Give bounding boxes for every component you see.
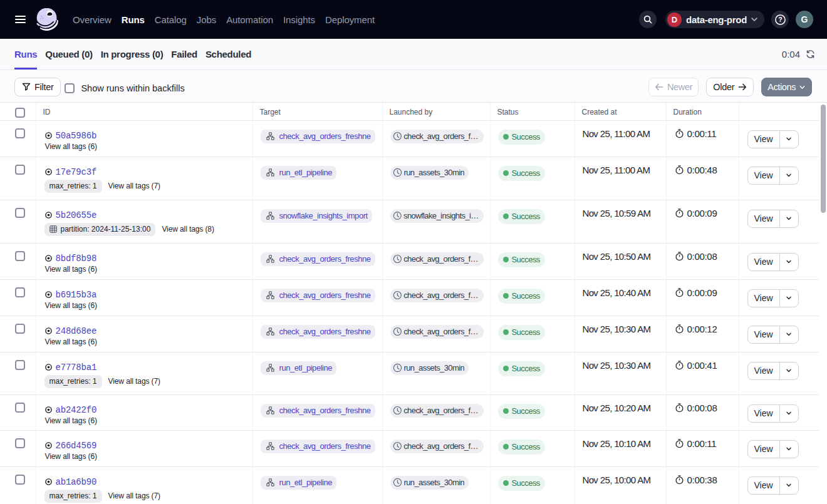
svg-text:?: ? bbox=[778, 16, 782, 23]
